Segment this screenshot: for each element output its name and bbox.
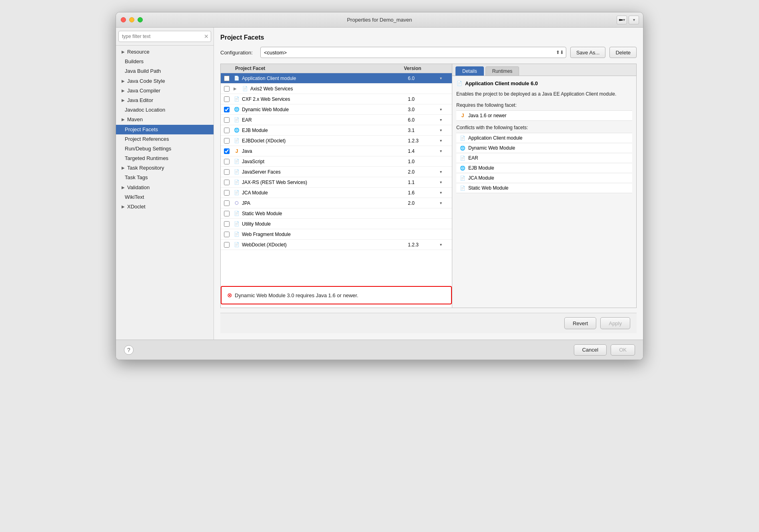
version-dropdown-icon[interactable]: ▾ bbox=[440, 201, 452, 205]
version-dropdown-icon[interactable]: ▾ bbox=[440, 128, 452, 132]
facet-checkbox[interactable] bbox=[224, 107, 230, 112]
version-dropdown-icon[interactable]: ▾ bbox=[440, 180, 452, 184]
doc-icon: 📄 bbox=[234, 138, 240, 144]
facet-checkbox[interactable] bbox=[224, 169, 230, 175]
facet-checkbox[interactable] bbox=[224, 242, 230, 248]
version-dropdown-icon[interactable]: ▾ bbox=[440, 242, 452, 247]
facet-checkbox[interactable] bbox=[224, 211, 230, 216]
sidebar-item-validation[interactable]: ▶ Validation bbox=[116, 183, 214, 192]
sidebar-item-java-editor[interactable]: ▶ Java Editor bbox=[116, 96, 214, 105]
facet-checkbox[interactable] bbox=[224, 180, 230, 185]
sidebar-item-task-tags[interactable]: Task Tags bbox=[116, 173, 214, 182]
table-row[interactable]: 📄 JCA Module 1.6 ▾ bbox=[221, 188, 452, 198]
sidebar-item-java-build-path[interactable]: Java Build Path bbox=[116, 66, 214, 76]
sidebar-item-run-debug-settings[interactable]: Run/Debug Settings bbox=[116, 144, 214, 154]
table-row[interactable]: 📄 Utility Module bbox=[221, 219, 452, 229]
facet-checkbox[interactable] bbox=[224, 190, 230, 196]
facet-checkbox[interactable] bbox=[224, 76, 230, 81]
table-row[interactable]: 📄 CXF 2.x Web Services 1.0 bbox=[221, 94, 452, 104]
sidebar-item-label: XDoclet bbox=[127, 203, 146, 210]
sidebar-item-builders[interactable]: Builders bbox=[116, 57, 214, 66]
titlebar-toolbar: ⬅ ▾ ▾ bbox=[617, 16, 639, 24]
sidebar-item-wikitext[interactable]: WikiText bbox=[116, 192, 214, 202]
facet-checkbox[interactable] bbox=[224, 148, 230, 154]
save-as-button[interactable]: Save As... bbox=[570, 47, 606, 58]
version-cell: 1.1 bbox=[408, 180, 440, 185]
expand-arrow-icon: ▶ bbox=[234, 86, 240, 91]
sidebar-item-xdoclet[interactable]: ▶ XDoclet bbox=[116, 202, 214, 212]
table-row[interactable]: 📄 EAR 6.0 ▾ bbox=[221, 115, 452, 125]
name-cell: J Java bbox=[233, 148, 408, 154]
facet-checkbox[interactable] bbox=[224, 138, 230, 144]
revert-button[interactable]: Revert bbox=[564, 317, 596, 329]
help-button[interactable]: ? bbox=[124, 345, 134, 355]
table-row[interactable]: 🌐 EJB Module 3.1 ▾ bbox=[221, 125, 452, 136]
version-cell: 2.0 bbox=[408, 200, 440, 206]
tab-details[interactable]: Details bbox=[455, 66, 484, 76]
sidebar-item-maven[interactable]: ▶ Maven bbox=[116, 115, 214, 124]
doc-icon: 📄 bbox=[234, 221, 240, 227]
detail-heading-text: Application Client module 6.0 bbox=[465, 80, 538, 86]
sidebar-item-java-compiler[interactable]: ▶ Java Compiler bbox=[116, 86, 214, 96]
cancel-button[interactable]: Cancel bbox=[574, 344, 607, 356]
table-row[interactable]: 📄 EJBDoclet (XDoclet) 1.2.3 ▾ bbox=[221, 136, 452, 146]
version-dropdown-icon[interactable]: ▾ bbox=[440, 76, 452, 80]
sidebar-item-label: Project Facets bbox=[125, 126, 158, 133]
version-dropdown-icon[interactable]: ▾ bbox=[440, 118, 452, 122]
name-cell: 📄 Application Client module bbox=[233, 75, 408, 82]
apply-button[interactable]: Apply bbox=[600, 317, 630, 329]
version-dropdown-icon[interactable]: ▾ bbox=[440, 190, 452, 195]
sidebar-item-task-repository[interactable]: ▶ Task Repository bbox=[116, 163, 214, 173]
version-dropdown-icon[interactable]: ▾ bbox=[440, 107, 452, 112]
sidebar-item-project-references[interactable]: Project References bbox=[116, 134, 214, 144]
facet-checkbox[interactable] bbox=[224, 128, 230, 133]
close-button[interactable] bbox=[121, 17, 126, 22]
sidebar-item-java-code-style[interactable]: ▶ Java Code Style bbox=[116, 76, 214, 86]
facet-checkbox[interactable] bbox=[224, 86, 230, 92]
sidebar-item-javadoc-location[interactable]: Javadoc Location bbox=[116, 105, 214, 115]
version-dropdown-icon[interactable]: ▾ bbox=[440, 138, 452, 143]
table-row[interactable]: 📄 WebDoclet (XDoclet) 1.2.3 ▾ bbox=[221, 240, 452, 250]
doc-icon: 📄 bbox=[242, 86, 248, 92]
table-row[interactable]: 📄 Application Client module 6.0 ▾ bbox=[221, 73, 452, 84]
checkbox-cell bbox=[221, 148, 233, 154]
name-cell: 🌐 EJB Module bbox=[233, 127, 408, 134]
config-select[interactable]: <custom> bbox=[260, 47, 566, 58]
sidebar-item-resource[interactable]: ▶ Resource bbox=[116, 47, 214, 57]
table-row[interactable]: ⬡ JPA 2.0 ▾ bbox=[221, 198, 452, 208]
facet-checkbox[interactable] bbox=[224, 117, 230, 123]
facet-checkbox[interactable] bbox=[224, 96, 230, 102]
facet-checkbox[interactable] bbox=[224, 232, 230, 237]
table-row[interactable]: ▶ 📄 Axis2 Web Services bbox=[221, 84, 452, 94]
tab-runtimes[interactable]: Runtimes bbox=[485, 66, 519, 76]
facet-name: JavaScript bbox=[242, 159, 264, 164]
search-input[interactable] bbox=[118, 31, 211, 42]
table-row[interactable]: J Java 1.4 ▾ bbox=[221, 146, 452, 156]
clear-search-icon[interactable]: ✕ bbox=[204, 33, 209, 40]
maximize-button[interactable] bbox=[138, 17, 143, 22]
table-row[interactable]: 📄 Static Web Module bbox=[221, 208, 452, 219]
back-button[interactable]: ⬅ ▾ bbox=[617, 16, 627, 24]
sidebar-item-project-facets[interactable]: Project Facets bbox=[116, 125, 214, 134]
facet-checkbox[interactable] bbox=[224, 200, 230, 206]
doc-icon: 📄 bbox=[234, 169, 240, 175]
facet-checkbox[interactable] bbox=[224, 159, 230, 164]
table-row[interactable]: 📄 JavaServer Faces 2.0 ▾ bbox=[221, 167, 452, 177]
version-dropdown-icon[interactable]: ▾ bbox=[440, 170, 452, 174]
ok-button[interactable]: OK bbox=[611, 344, 635, 356]
table-row[interactable]: 🌐 Dynamic Web Module 3.0 ▾ bbox=[221, 104, 452, 115]
table-row[interactable]: 📄 Web Fragment Module bbox=[221, 229, 452, 240]
minimize-button[interactable] bbox=[129, 17, 134, 22]
version-dropdown-icon[interactable]: ▾ bbox=[440, 149, 452, 153]
facet-name: Static Web Module bbox=[242, 211, 282, 216]
name-cell: 📄 JavaServer Faces bbox=[233, 169, 408, 175]
checkbox-cell bbox=[221, 200, 233, 206]
forward-button[interactable]: ▾ bbox=[629, 16, 639, 24]
facet-checkbox[interactable] bbox=[224, 221, 230, 227]
sidebar-item-targeted-runtimes[interactable]: Targeted Runtimes bbox=[116, 154, 214, 163]
delete-button[interactable]: Delete bbox=[609, 47, 637, 58]
checkbox-cell bbox=[221, 211, 233, 216]
name-cell: 🌐 Dynamic Web Module bbox=[233, 106, 408, 113]
table-row[interactable]: 📄 JavaScript 1.0 bbox=[221, 156, 452, 167]
table-row[interactable]: 📄 JAX-RS (REST Web Services) 1.1 ▾ bbox=[221, 177, 452, 188]
